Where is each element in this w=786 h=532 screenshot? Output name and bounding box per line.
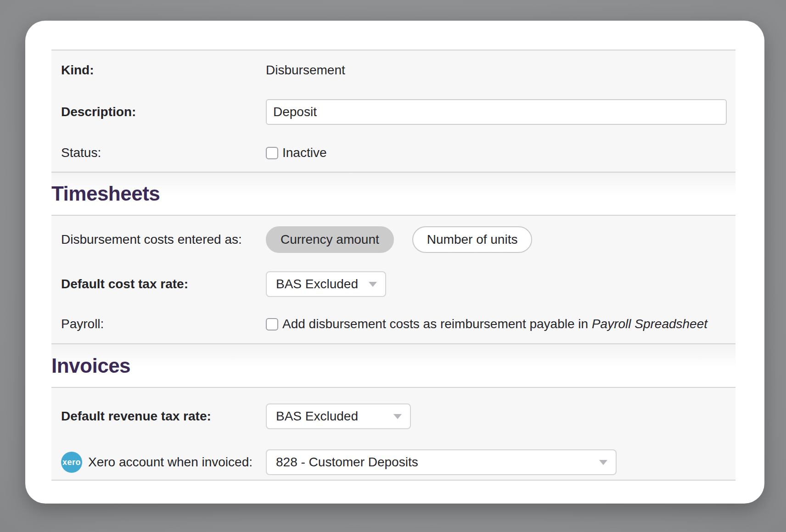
- revenue-tax-rate-label: Default revenue tax rate:: [51, 409, 266, 424]
- default-revenue-tax-rate-select[interactable]: BAS Excluded: [266, 403, 411, 429]
- inactive-checkbox-label: Inactive: [282, 146, 327, 160]
- default-cost-tax-rate-value: BAS Excluded: [276, 277, 358, 291]
- payroll-checkbox-label: Add disbursement costs as reimbursement …: [282, 317, 707, 331]
- kind-row: Kind: Disbursement: [51, 50, 735, 90]
- entered-as-row: Disbursement costs entered as: Currency …: [51, 216, 735, 263]
- payroll-reimbursement-checkbox[interactable]: [266, 318, 278, 330]
- details-section: Kind: Disbursement Description: Status: …: [51, 50, 735, 172]
- cost-tax-rate-label: Default cost tax rate:: [51, 277, 266, 291]
- payroll-row: Payroll: Add disbursement costs as reimb…: [51, 305, 735, 343]
- invoices-heading-band: Invoices: [51, 344, 735, 387]
- chevron-down-icon: [393, 414, 402, 419]
- revenue-tax-rate-row: Default revenue tax rate: BAS Excluded: [51, 388, 735, 445]
- kind-value: Disbursement: [266, 63, 345, 78]
- xero-account-row: xero Xero account when invoiced: 828 - C…: [51, 445, 735, 480]
- payroll-label: Payroll:: [51, 317, 266, 331]
- description-input[interactable]: [266, 99, 727, 125]
- inactive-checkbox[interactable]: [266, 147, 278, 159]
- invoices-section: Default revenue tax rate: BAS Excluded x…: [51, 388, 735, 480]
- xero-account-value: 828 - Customer Deposits: [276, 455, 418, 470]
- timesheets-section: Disbursement costs entered as: Currency …: [51, 216, 735, 343]
- xero-icon: xero: [61, 452, 82, 473]
- timesheets-heading-band: Timesheets: [51, 173, 735, 215]
- settings-content: Kind: Disbursement Description: Status: …: [51, 21, 735, 481]
- description-row: Description:: [51, 90, 735, 134]
- chevron-down-icon: [369, 282, 377, 287]
- xero-account-label-cell: xero Xero account when invoiced:: [51, 452, 266, 473]
- xero-account-label: Xero account when invoiced:: [88, 455, 253, 470]
- top-strip: [51, 21, 735, 50]
- default-revenue-tax-rate-value: BAS Excluded: [276, 409, 358, 424]
- status-row: Status: Inactive: [51, 134, 735, 172]
- default-cost-tax-rate-select[interactable]: BAS Excluded: [266, 271, 386, 297]
- kind-label: Kind:: [51, 63, 266, 78]
- divider: [51, 480, 735, 481]
- currency-amount-pill[interactable]: Currency amount: [266, 226, 394, 253]
- xero-account-select[interactable]: 828 - Customer Deposits: [266, 449, 617, 475]
- description-label: Description:: [51, 105, 266, 119]
- status-label: Status:: [51, 146, 266, 160]
- payroll-spreadsheet-italic: Payroll Spreadsheet: [592, 317, 707, 331]
- timesheets-section-title: Timesheets: [51, 182, 160, 205]
- chevron-down-icon: [599, 460, 607, 465]
- cost-tax-rate-row: Default cost tax rate: BAS Excluded: [51, 263, 735, 305]
- entered-as-label: Disbursement costs entered as:: [51, 232, 266, 247]
- settings-card: Kind: Disbursement Description: Status: …: [25, 21, 764, 504]
- invoices-section-title: Invoices: [51, 354, 130, 377]
- number-of-units-pill[interactable]: Number of units: [412, 226, 533, 253]
